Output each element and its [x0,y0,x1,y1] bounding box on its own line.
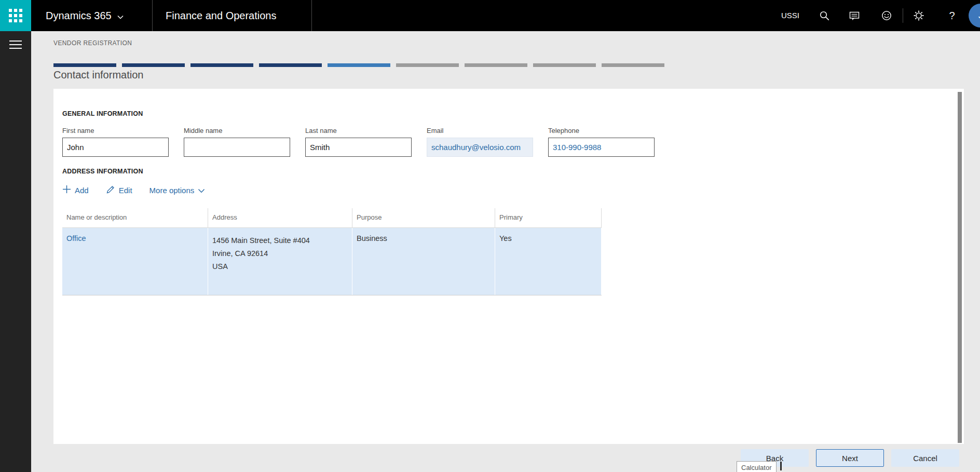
address-toolbar: Add Edit More options [62,184,955,196]
hamburger-menu-button[interactable] [9,41,22,49]
company-picker[interactable]: USSI [781,0,799,31]
brand-label: Dynamics 365 [46,10,112,22]
help-button[interactable]: ? [941,0,963,31]
column-header-name[interactable]: Name or description [62,208,208,227]
office-link[interactable]: Office [66,234,86,242]
product-title-link[interactable]: Finance and Operations [166,0,276,31]
cell-name: Office [62,228,208,295]
more-options-button[interactable]: More options [149,186,206,195]
last-name-field: Last name [305,127,412,157]
section-title-general: GENERAL INFORMATION [62,110,955,117]
general-fields: First name Middle name Last name Email s… [62,127,955,157]
telephone-label: Telephone [548,127,655,135]
mouse-cursor-ibeam [780,462,782,470]
middle-name-label: Middle name [184,127,290,135]
email-field: Email schaudhury@velosio.com [427,127,533,157]
add-label: Add [75,186,89,195]
wizard-progress [53,63,664,67]
pencil-icon [106,185,115,196]
search-button[interactable] [813,0,836,31]
progress-segment-upcoming [396,63,459,67]
first-name-field: First name [62,127,169,157]
edit-label: Edit [119,186,132,195]
progress-segment-done [259,63,322,67]
telephone-field: Telephone [548,127,655,157]
first-name-label: First name [62,127,169,135]
section-title-address: ADDRESS INFORMATION [62,168,955,175]
last-name-input[interactable] [305,138,412,157]
feedback-button[interactable] [875,0,898,31]
progress-segment-upcoming [602,63,664,67]
scrollbar-thumb[interactable] [958,92,962,443]
search-icon [819,10,830,21]
progress-segment-upcoming [533,63,596,67]
app-launcher-button[interactable] [0,0,31,31]
progress-segment-done [53,63,116,67]
middle-name-field: Middle name [184,127,290,157]
more-options-label: More options [149,186,195,195]
progress-segment-done [190,63,253,67]
messages-button[interactable] [843,0,866,31]
chevron-down-icon [117,10,124,22]
middle-name-input[interactable] [184,138,290,157]
column-header-purpose[interactable]: Purpose [352,208,495,227]
hamburger-icon [9,41,22,42]
email-label: Email [427,127,533,135]
user-avatar[interactable]: J [969,4,980,28]
top-bar: Dynamics 365 Finance and Operations USSI [0,0,980,31]
edit-button[interactable]: Edit [106,185,132,196]
page-title: Contact information [53,69,143,81]
progress-segment-active [328,63,390,67]
screen: Dynamics 365 Finance and Operations USSI [0,0,980,472]
email-value-link[interactable]: schaudhury@velosio.com [427,138,533,157]
column-header-primary[interactable]: Primary [495,208,602,227]
breadcrumb: VENDOR REGISTRATION [53,39,132,47]
topbar-divider [152,0,153,31]
progress-segment-done [122,63,185,67]
first-name-input[interactable] [62,138,169,157]
column-header-address[interactable]: Address [208,208,352,227]
table-row[interactable]: Office 1456 Main Street, Suite #404 Irvi… [62,228,602,295]
add-button[interactable]: Add [62,185,89,195]
settings-button[interactable] [907,0,930,31]
last-name-label: Last name [305,127,412,135]
cell-purpose: Business [352,228,495,295]
telephone-input[interactable] [548,138,655,157]
address-table: Name or description Address Purpose Prim… [62,208,602,295]
gear-icon [913,10,924,21]
plus-icon [62,185,71,195]
topbar-divider [311,0,312,31]
cancel-button[interactable]: Cancel [891,449,959,467]
progress-segment-upcoming [465,63,527,67]
calculator-tooltip: Calculator [737,461,777,472]
topbar-divider [903,8,903,23]
content-card: GENERAL INFORMATION First name Middle na… [53,89,964,444]
cell-address: 1456 Main Street, Suite #404 Irvine, CA … [208,228,352,295]
cell-primary: Yes [495,228,602,295]
help-icon: ? [949,10,955,22]
nav-sidebar [0,31,31,472]
address-table-header: Name or description Address Purpose Prim… [62,208,602,228]
smiley-icon [881,10,892,21]
dynamics-brand-menu[interactable]: Dynamics 365 [31,0,124,31]
chevron-down-icon [198,186,205,195]
message-bubble-icon [849,10,860,21]
waffle-icon [9,9,22,22]
next-button[interactable]: Next [816,449,884,467]
